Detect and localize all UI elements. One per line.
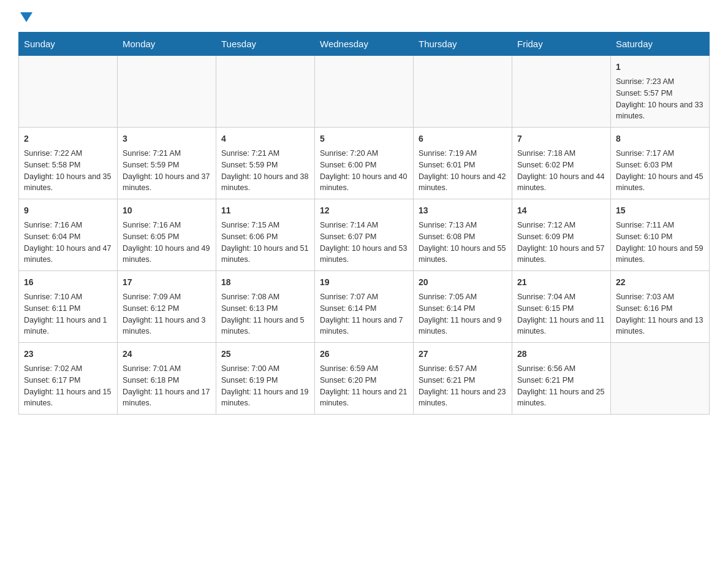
day-info: Sunrise: 7:11 AM Sunset: 6:10 PM Dayligh…	[616, 220, 704, 266]
day-info: Sunrise: 7:23 AM Sunset: 5:57 PM Dayligh…	[616, 76, 704, 122]
day-number: 6	[419, 132, 507, 145]
day-info: Sunrise: 7:16 AM Sunset: 6:04 PM Dayligh…	[24, 220, 112, 266]
day-info: Sunrise: 7:02 AM Sunset: 6:17 PM Dayligh…	[24, 363, 112, 409]
calendar-cell: 10Sunrise: 7:16 AM Sunset: 6:05 PM Dayli…	[118, 199, 216, 271]
calendar-cell: 4Sunrise: 7:21 AM Sunset: 5:59 PM Daylig…	[216, 128, 315, 199]
day-number: 1	[616, 61, 704, 74]
day-number: 13	[419, 204, 507, 217]
day-info: Sunrise: 7:09 AM Sunset: 6:12 PM Dayligh…	[123, 291, 211, 337]
day-number: 14	[517, 204, 605, 217]
day-info: Sunrise: 7:14 AM Sunset: 6:07 PM Dayligh…	[320, 220, 408, 266]
day-number: 28	[517, 348, 605, 361]
day-number: 7	[517, 132, 605, 145]
calendar-cell: 9Sunrise: 7:16 AM Sunset: 6:04 PM Daylig…	[19, 199, 118, 271]
calendar-cell: 14Sunrise: 7:12 AM Sunset: 6:09 PM Dayli…	[512, 199, 611, 271]
day-info: Sunrise: 7:12 AM Sunset: 6:09 PM Dayligh…	[517, 220, 605, 266]
calendar-cell	[216, 56, 315, 128]
calendar-cell	[315, 56, 414, 128]
calendar-cell: 5Sunrise: 7:20 AM Sunset: 6:00 PM Daylig…	[315, 128, 414, 199]
calendar-week-row: 16Sunrise: 7:10 AM Sunset: 6:11 PM Dayli…	[19, 271, 710, 343]
calendar-cell: 24Sunrise: 7:01 AM Sunset: 6:18 PM Dayli…	[118, 343, 216, 415]
day-number: 11	[221, 204, 309, 217]
day-number: 21	[517, 276, 605, 289]
calendar-cell: 20Sunrise: 7:05 AM Sunset: 6:14 PM Dayli…	[414, 271, 512, 343]
calendar-cell: 17Sunrise: 7:09 AM Sunset: 6:12 PM Dayli…	[118, 271, 216, 343]
day-info: Sunrise: 7:04 AM Sunset: 6:15 PM Dayligh…	[517, 291, 605, 337]
day-number: 10	[123, 204, 211, 217]
day-number: 23	[24, 348, 112, 361]
calendar-cell: 23Sunrise: 7:02 AM Sunset: 6:17 PM Dayli…	[19, 343, 118, 415]
calendar-cell: 1Sunrise: 7:23 AM Sunset: 5:57 PM Daylig…	[611, 56, 710, 128]
day-info: Sunrise: 7:15 AM Sunset: 6:06 PM Dayligh…	[221, 220, 309, 266]
calendar-cell: 19Sunrise: 7:07 AM Sunset: 6:14 PM Dayli…	[315, 271, 414, 343]
day-number: 24	[123, 348, 211, 361]
day-number: 2	[24, 132, 112, 145]
weekday-header-monday: Monday	[118, 33, 216, 56]
calendar-cell: 12Sunrise: 7:14 AM Sunset: 6:07 PM Dayli…	[315, 199, 414, 271]
day-info: Sunrise: 7:13 AM Sunset: 6:08 PM Dayligh…	[419, 220, 507, 266]
calendar-week-row: 2Sunrise: 7:22 AM Sunset: 5:58 PM Daylig…	[19, 128, 710, 199]
calendar-week-row: 1Sunrise: 7:23 AM Sunset: 5:57 PM Daylig…	[19, 56, 710, 128]
weekday-header-tuesday: Tuesday	[216, 33, 315, 56]
day-number: 20	[419, 276, 507, 289]
calendar-cell: 15Sunrise: 7:11 AM Sunset: 6:10 PM Dayli…	[611, 199, 710, 271]
weekday-header-wednesday: Wednesday	[315, 33, 414, 56]
day-info: Sunrise: 7:01 AM Sunset: 6:18 PM Dayligh…	[123, 363, 211, 409]
page-header	[18, 12, 710, 22]
calendar-cell: 22Sunrise: 7:03 AM Sunset: 6:16 PM Dayli…	[611, 271, 710, 343]
day-number: 15	[616, 204, 704, 217]
day-info: Sunrise: 7:07 AM Sunset: 6:14 PM Dayligh…	[320, 291, 408, 337]
day-number: 4	[221, 132, 309, 145]
calendar-table: SundayMondayTuesdayWednesdayThursdayFrid…	[18, 32, 710, 415]
day-number: 27	[419, 348, 507, 361]
calendar-cell: 21Sunrise: 7:04 AM Sunset: 6:15 PM Dayli…	[512, 271, 611, 343]
calendar-cell: 2Sunrise: 7:22 AM Sunset: 5:58 PM Daylig…	[19, 128, 118, 199]
day-info: Sunrise: 7:17 AM Sunset: 6:03 PM Dayligh…	[616, 148, 704, 194]
day-info: Sunrise: 6:57 AM Sunset: 6:21 PM Dayligh…	[419, 363, 507, 409]
calendar-cell	[118, 56, 216, 128]
calendar-cell: 28Sunrise: 6:56 AM Sunset: 6:21 PM Dayli…	[512, 343, 611, 415]
day-info: Sunrise: 7:08 AM Sunset: 6:13 PM Dayligh…	[221, 291, 309, 337]
calendar-cell	[512, 56, 611, 128]
calendar-cell: 18Sunrise: 7:08 AM Sunset: 6:13 PM Dayli…	[216, 271, 315, 343]
calendar-cell: 25Sunrise: 7:00 AM Sunset: 6:19 PM Dayli…	[216, 343, 315, 415]
day-info: Sunrise: 7:18 AM Sunset: 6:02 PM Dayligh…	[517, 148, 605, 194]
logo-triangle-icon	[20, 12, 32, 22]
weekday-header-sunday: Sunday	[19, 33, 118, 56]
day-info: Sunrise: 7:21 AM Sunset: 5:59 PM Dayligh…	[221, 148, 309, 194]
day-number: 18	[221, 276, 309, 289]
day-number: 5	[320, 132, 408, 145]
calendar-cell: 26Sunrise: 6:59 AM Sunset: 6:20 PM Dayli…	[315, 343, 414, 415]
calendar-cell: 16Sunrise: 7:10 AM Sunset: 6:11 PM Dayli…	[19, 271, 118, 343]
day-number: 3	[123, 132, 211, 145]
day-info: Sunrise: 7:20 AM Sunset: 6:00 PM Dayligh…	[320, 148, 408, 194]
day-info: Sunrise: 7:10 AM Sunset: 6:11 PM Dayligh…	[24, 291, 112, 337]
day-number: 17	[123, 276, 211, 289]
day-number: 9	[24, 204, 112, 217]
calendar-cell: 8Sunrise: 7:17 AM Sunset: 6:03 PM Daylig…	[611, 128, 710, 199]
day-number: 22	[616, 276, 704, 289]
calendar-header-row: SundayMondayTuesdayWednesdayThursdayFrid…	[19, 33, 710, 56]
day-info: Sunrise: 7:16 AM Sunset: 6:05 PM Dayligh…	[123, 220, 211, 266]
day-info: Sunrise: 7:00 AM Sunset: 6:19 PM Dayligh…	[221, 363, 309, 409]
day-info: Sunrise: 7:03 AM Sunset: 6:16 PM Dayligh…	[616, 291, 704, 337]
calendar-cell	[19, 56, 118, 128]
day-number: 8	[616, 132, 704, 145]
weekday-header-saturday: Saturday	[611, 33, 710, 56]
calendar-cell: 6Sunrise: 7:19 AM Sunset: 6:01 PM Daylig…	[414, 128, 512, 199]
day-info: Sunrise: 7:05 AM Sunset: 6:14 PM Dayligh…	[419, 291, 507, 337]
calendar-cell: 7Sunrise: 7:18 AM Sunset: 6:02 PM Daylig…	[512, 128, 611, 199]
calendar-cell: 13Sunrise: 7:13 AM Sunset: 6:08 PM Dayli…	[414, 199, 512, 271]
day-number: 26	[320, 348, 408, 361]
day-number: 25	[221, 348, 309, 361]
weekday-header-thursday: Thursday	[414, 33, 512, 56]
calendar-cell: 11Sunrise: 7:15 AM Sunset: 6:06 PM Dayli…	[216, 199, 315, 271]
day-info: Sunrise: 7:19 AM Sunset: 6:01 PM Dayligh…	[419, 148, 507, 194]
day-info: Sunrise: 6:56 AM Sunset: 6:21 PM Dayligh…	[517, 363, 605, 409]
day-info: Sunrise: 7:21 AM Sunset: 5:59 PM Dayligh…	[123, 148, 211, 194]
weekday-header-friday: Friday	[512, 33, 611, 56]
day-number: 16	[24, 276, 112, 289]
calendar-week-row: 23Sunrise: 7:02 AM Sunset: 6:17 PM Dayli…	[19, 343, 710, 415]
calendar-cell: 3Sunrise: 7:21 AM Sunset: 5:59 PM Daylig…	[118, 128, 216, 199]
calendar-cell	[611, 343, 710, 415]
